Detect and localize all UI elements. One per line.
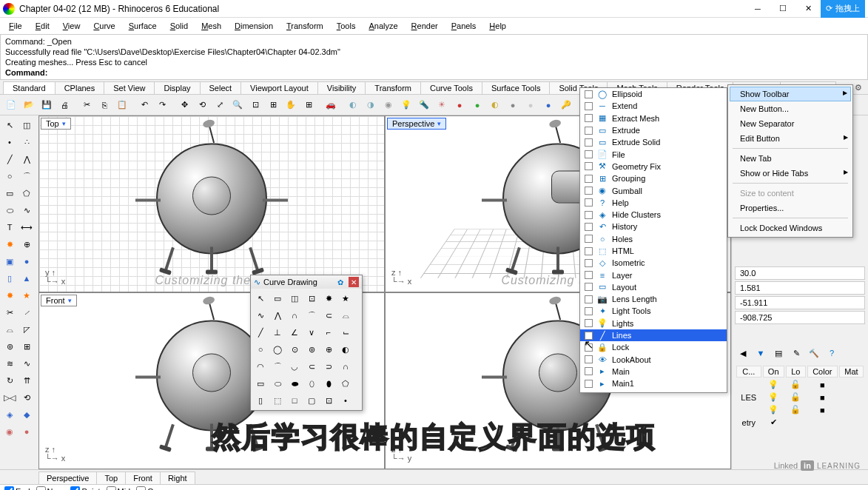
pointer-icon[interactable]: ↖ bbox=[1, 117, 18, 133]
polygon-icon[interactable]: ⬠ bbox=[18, 185, 35, 201]
curve-tool-icon[interactable]: ∩ bbox=[337, 358, 354, 375]
text-icon[interactable]: T bbox=[1, 219, 18, 235]
osnap-end[interactable]: End bbox=[4, 486, 30, 490]
curve-tool-icon[interactable]: ▭ bbox=[252, 375, 269, 392]
line-icon[interactable]: ╱ bbox=[1, 151, 18, 167]
tab-select[interactable]: Select bbox=[200, 81, 242, 94]
layer-th-on[interactable]: On bbox=[763, 366, 784, 377]
undo-icon[interactable]: ↶ bbox=[136, 97, 152, 113]
explode-icon[interactable]: ✸ bbox=[1, 236, 18, 252]
toolbar-item-geometry-fix[interactable]: ⚒Geometry Fix bbox=[580, 161, 727, 172]
trim-icon[interactable]: ✂ bbox=[1, 304, 18, 320]
array-icon[interactable]: ⊞ bbox=[18, 338, 35, 355]
tab-display[interactable]: Display bbox=[154, 81, 200, 94]
osnap-point[interactable]: Point bbox=[70, 486, 100, 490]
toolbar-item-lookabout[interactable]: 👁LookAbout bbox=[580, 354, 727, 366]
panel-left-icon[interactable]: ◀ bbox=[735, 345, 751, 361]
toolbar-item-ellipsoid[interactable]: ◯Ellipsoid bbox=[580, 88, 727, 100]
cone-icon[interactable]: ▲ bbox=[18, 270, 35, 286]
shade-icon[interactable]: ◐ bbox=[345, 97, 361, 113]
layer-row[interactable]: 💡🔓■ bbox=[736, 404, 864, 415]
tab-standard[interactable]: Standard bbox=[3, 81, 55, 94]
curve-tool-icon[interactable]: ◯ bbox=[269, 341, 286, 358]
curve-tool-icon[interactable]: ⬭ bbox=[269, 375, 286, 392]
curve-tool-icon[interactable]: ⊥ bbox=[269, 324, 286, 340]
zoom-icon[interactable]: 🔍 bbox=[229, 97, 246, 113]
osnap-cen[interactable]: Cen bbox=[136, 486, 162, 490]
curve-tool-icon[interactable]: ★ bbox=[337, 290, 354, 306]
fillet-icon[interactable]: ⌓ bbox=[1, 321, 18, 338]
tab-viewport-layout[interactable]: Viewport Layout bbox=[240, 81, 318, 94]
curve-tool-icon[interactable]: ⊡ bbox=[320, 392, 337, 409]
context-show-toolbar[interactable]: Show Toolbar bbox=[730, 87, 851, 101]
polyline-icon[interactable]: ⋀ bbox=[18, 151, 35, 167]
toolbar-item-extrude-solid[interactable]: ▭Extrude Solid bbox=[580, 136, 727, 148]
chamfer-icon[interactable]: ◸ bbox=[18, 321, 35, 338]
curve-tool-icon[interactable]: ⌒ bbox=[303, 307, 320, 323]
context-new-button-[interactable]: New Button... bbox=[730, 101, 851, 116]
close-button[interactable]: ✕ bbox=[795, 1, 821, 17]
curve-tool-icon[interactable]: ⊚ bbox=[303, 341, 320, 358]
curve-icon[interactable]: ∿ bbox=[18, 202, 35, 218]
copy-icon[interactable]: ⎘ bbox=[96, 97, 112, 113]
layer-row[interactable]: etry✔ bbox=[736, 417, 864, 428]
material-key-icon[interactable]: 🔑 bbox=[558, 97, 574, 113]
context-menu[interactable]: Show ToolbarNew Button...New SeparatorEd… bbox=[727, 84, 853, 238]
curve-tool-icon[interactable]: ∨ bbox=[303, 324, 320, 340]
external-blue-button[interactable]: ⟳拖拽上 bbox=[821, 0, 865, 18]
toolbar-item-history[interactable]: ↶History bbox=[580, 221, 727, 232]
osnap-near[interactable]: Near bbox=[36, 486, 65, 490]
analyze-icon[interactable]: ◆ bbox=[18, 406, 35, 423]
curve-tool-icon[interactable]: ⬚ bbox=[269, 392, 286, 409]
curve-drawing-floater[interactable]: ∿ Curve Drawing ✿ ✕ ↖▭◫⊡✸★∿⋀∩⌒⊂⌓╱⊥∠∨⌐⌙○◯… bbox=[250, 275, 363, 411]
curve-tool-icon[interactable]: ⌒ bbox=[269, 358, 286, 375]
tab-transform[interactable]: Transform bbox=[365, 81, 421, 94]
context-show-or-hide-tabs[interactable]: Show or Hide Tabs bbox=[730, 166, 851, 181]
context-edit-button[interactable]: Edit Button bbox=[730, 131, 851, 146]
zoom-extents-icon[interactable]: ⊡ bbox=[247, 97, 263, 113]
context-new-tab[interactable]: New Tab bbox=[730, 151, 851, 166]
toolbar-item-hide-clusters[interactable]: ◈Hide Clusters bbox=[580, 209, 727, 221]
context-lock-docked-windows[interactable]: Lock Docked Windows bbox=[730, 221, 851, 235]
curve-tool-icon[interactable]: ╱ bbox=[252, 324, 269, 340]
rect-icon[interactable]: ▭ bbox=[1, 185, 18, 201]
layer-row[interactable]: 💡🔓■ bbox=[736, 379, 864, 390]
toolbar-item-main1[interactable]: ▸Main1 bbox=[580, 377, 727, 389]
curve-tool-icon[interactable]: ⋀ bbox=[269, 307, 286, 323]
points-icon[interactable]: ∴ bbox=[18, 134, 35, 150]
toolbar-item-extrude[interactable]: ▭Extrude bbox=[580, 124, 727, 136]
menu-curve[interactable]: Curve bbox=[87, 20, 121, 32]
curve-tool-icon[interactable]: ⌐ bbox=[320, 324, 337, 340]
curve-tool-icon[interactable]: ⊃ bbox=[320, 358, 337, 375]
layer-th-mat[interactable]: Mat bbox=[839, 366, 864, 377]
sun-icon[interactable]: ☀ bbox=[434, 97, 450, 113]
value-field-2[interactable]: -51.911 bbox=[735, 296, 865, 309]
menu-transform[interactable]: Transform bbox=[280, 20, 329, 32]
floater-gear-icon[interactable]: ✿ bbox=[335, 277, 346, 287]
pan-icon[interactable]: ✋ bbox=[283, 97, 299, 113]
boolean-icon[interactable]: ✸ bbox=[1, 287, 18, 303]
light-icon[interactable]: 💡 bbox=[398, 97, 414, 113]
viewport-4-icon[interactable]: ⊞ bbox=[300, 97, 317, 113]
command-history[interactable]: Command: _OpenSuccessfully read file "C:… bbox=[0, 34, 868, 80]
curve-tool-icon[interactable]: ∠ bbox=[286, 324, 303, 340]
loft-icon[interactable]: ≋ bbox=[1, 355, 18, 372]
floater-titlebar[interactable]: ∿ Curve Drawing ✿ ✕ bbox=[251, 275, 362, 289]
tab-visibility[interactable]: Visibility bbox=[317, 81, 366, 94]
toolbar-item-layout[interactable]: ▭Layout bbox=[580, 281, 727, 293]
sweep-icon[interactable]: ∿ bbox=[18, 355, 35, 372]
toolbar-item-layer[interactable]: ≡Layer bbox=[580, 269, 727, 281]
toolbar-item-holes[interactable]: ○Holes bbox=[580, 233, 727, 245]
material-gray-icon[interactable]: ● bbox=[505, 97, 521, 113]
toolbar-item-light-tools[interactable]: ✦Light Tools bbox=[580, 305, 727, 317]
star-icon[interactable]: ★ bbox=[18, 287, 35, 303]
toolbar-item-lights[interactable]: 💡Lights bbox=[580, 318, 727, 329]
material-blue-icon[interactable]: ● bbox=[540, 97, 556, 113]
box-icon[interactable]: ▣ bbox=[1, 253, 18, 269]
redo-icon[interactable]: ↷ bbox=[154, 97, 170, 113]
layer-th-lo[interactable]: Lo bbox=[786, 366, 806, 377]
curve-tool-icon[interactable]: ⊕ bbox=[320, 341, 337, 358]
curve-tool-icon[interactable]: ✸ bbox=[320, 290, 337, 306]
toolbar-item-lens-length[interactable]: 📷Lens Length bbox=[580, 293, 727, 305]
layer-th-color[interactable]: Color bbox=[807, 366, 838, 377]
